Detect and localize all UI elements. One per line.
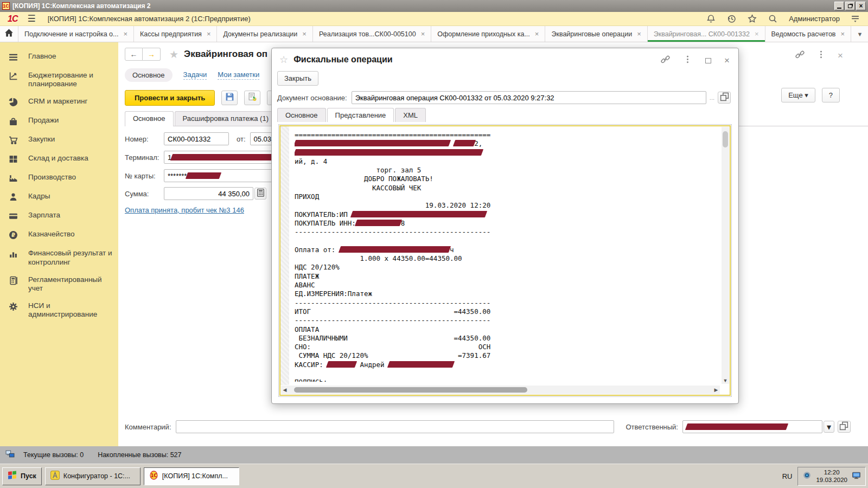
task-enterprise[interactable]: 1С [КОПИЯ] 1С:Компл... bbox=[144, 467, 239, 485]
responsible-field[interactable] bbox=[682, 420, 822, 433]
form-tab-payment-details[interactable]: Расшифровка платежа (1) bbox=[175, 111, 277, 126]
scrollbar-thumb[interactable] bbox=[294, 387, 527, 393]
sidebar-item[interactable]: Главное bbox=[0, 48, 118, 67]
receipt-text[interactable]: ========================================… bbox=[295, 131, 718, 382]
tab-overflow-icon[interactable]: ▼ bbox=[852, 26, 868, 42]
more-menu-icon[interactable] bbox=[683, 55, 692, 66]
app-tab[interactable]: Кассы предприятия× bbox=[134, 26, 217, 42]
sidebar-item[interactable]: НСИ и администрирование bbox=[0, 297, 118, 323]
save-button[interactable] bbox=[221, 91, 238, 105]
app-tab[interactable]: Ведомость расчетов× bbox=[765, 26, 852, 42]
close-document-icon[interactable]: × bbox=[838, 51, 843, 60]
task-configurator[interactable]: Конфигуратор - 1С:... bbox=[45, 467, 141, 485]
favorite-star-icon[interactable]: ☆ bbox=[279, 54, 288, 66]
current-user[interactable]: Администратор bbox=[789, 15, 840, 23]
home-tab[interactable] bbox=[0, 26, 18, 42]
receipt-line: ПОКУПАТЕЛЬ ИНН:8 bbox=[295, 219, 718, 228]
maximize-icon[interactable] bbox=[705, 58, 711, 63]
form-tab-main[interactable]: Основное bbox=[125, 111, 174, 126]
app-tab[interactable]: Оформление приходных ка...× bbox=[431, 26, 545, 42]
card-field[interactable]: ******* bbox=[164, 169, 272, 182]
doc-navtab-notes[interactable]: Мои заметки bbox=[218, 70, 259, 80]
brand-logo: 1С bbox=[8, 14, 17, 24]
app-tab[interactable]: Эквайринговая... СК00-001332× bbox=[648, 26, 765, 42]
search-icon[interactable] bbox=[768, 14, 778, 24]
tab-close-icon[interactable]: × bbox=[302, 30, 307, 38]
sidebar-item[interactable]: Кадры bbox=[0, 188, 118, 207]
forward-button[interactable]: → bbox=[143, 48, 161, 61]
tab-close-icon[interactable]: × bbox=[207, 30, 211, 38]
responsible-open-button[interactable] bbox=[838, 421, 851, 433]
horizontal-scrollbar[interactable]: ◀ ▶ bbox=[281, 386, 720, 394]
modal-tab-main[interactable]: Основное bbox=[277, 108, 326, 122]
main-menu-icon[interactable]: ☰ bbox=[27, 13, 35, 24]
sidebar-item[interactable]: Регламентированный учет bbox=[0, 271, 118, 297]
favorite-star-icon[interactable]: ★ bbox=[169, 48, 178, 61]
sidebar-item[interactable]: Финансовый результат и контроллинг bbox=[0, 245, 118, 271]
app-tab[interactable]: Документы реализации× bbox=[217, 26, 312, 42]
number-field[interactable]: СК00-001332 bbox=[164, 132, 229, 145]
post-button[interactable] bbox=[244, 91, 260, 105]
modal-tab-presentation[interactable]: Представление bbox=[327, 108, 394, 122]
tab-close-icon[interactable]: × bbox=[841, 30, 845, 38]
vertical-scrollbar[interactable]: ▼ bbox=[722, 127, 729, 384]
redaction-bar bbox=[339, 246, 451, 253]
sidebar-item[interactable]: Продажи bbox=[0, 112, 118, 131]
more-button[interactable]: Еще ▾ bbox=[781, 88, 815, 102]
sidebar-item[interactable]: Производство bbox=[0, 169, 118, 188]
clock[interactable]: 12:2019.03.2020 bbox=[816, 468, 847, 484]
sidebar-item[interactable]: ₽Казначейство bbox=[0, 226, 118, 245]
sidebar-item[interactable]: Зарплата bbox=[0, 207, 118, 226]
close-button[interactable]: × bbox=[856, 2, 866, 10]
sidebar-item[interactable]: CRM и маркетинг bbox=[0, 93, 118, 112]
tab-close-icon[interactable]: × bbox=[421, 30, 425, 38]
doc-navtab-main[interactable]: Основное bbox=[125, 68, 173, 82]
payment-status-link[interactable]: Оплата принята, пробит чек №3 146 bbox=[125, 206, 244, 214]
comment-field[interactable] bbox=[176, 420, 614, 433]
receipt-line: БЕЗНАЛИЧНЫМИ =44350.00 bbox=[295, 334, 718, 343]
sidebar-item[interactable]: Склад и доставка bbox=[0, 150, 118, 169]
service-menu-icon[interactable] bbox=[851, 14, 860, 24]
sidebar-item[interactable]: Закупки bbox=[0, 131, 118, 150]
sidebar-item-label: CRM и маркетинг bbox=[28, 97, 87, 106]
base-doc-more-button[interactable]: ... bbox=[710, 94, 714, 101]
scroll-left-icon[interactable]: ◀ bbox=[281, 387, 289, 393]
configurator-icon bbox=[50, 471, 60, 481]
sum-field[interactable]: 44 350,00 bbox=[164, 187, 253, 200]
language-indicator[interactable]: RU bbox=[782, 472, 793, 480]
back-button[interactable]: ← bbox=[125, 48, 143, 61]
app-tab[interactable]: Подключение и настройка о...× bbox=[18, 26, 134, 42]
modal-tab-xml[interactable]: XML bbox=[395, 108, 426, 122]
history-icon[interactable] bbox=[727, 14, 737, 24]
minimize-button[interactable] bbox=[834, 2, 844, 10]
base-doc-open-button[interactable] bbox=[718, 92, 731, 104]
tab-close-icon[interactable]: × bbox=[123, 30, 127, 38]
display-tray-icon[interactable] bbox=[852, 471, 861, 482]
modal-close-button[interactable]: Закрыть bbox=[277, 71, 318, 86]
get-link-icon[interactable] bbox=[795, 50, 805, 61]
sidebar-item[interactable]: Бюджетирование и планирование bbox=[0, 67, 118, 93]
number-label: Номер: bbox=[125, 135, 164, 143]
restore-button[interactable] bbox=[845, 2, 855, 10]
tab-close-icon[interactable]: × bbox=[535, 30, 539, 38]
post-and-close-button[interactable]: Провести и закрыть bbox=[125, 90, 215, 106]
notifications-icon[interactable] bbox=[706, 14, 716, 24]
scroll-down-icon[interactable]: ▼ bbox=[722, 378, 729, 383]
more-menu-icon[interactable] bbox=[816, 50, 826, 61]
help-button[interactable]: ? bbox=[822, 88, 840, 102]
favorites-icon[interactable] bbox=[748, 14, 757, 24]
scroll-right-icon[interactable]: ▶ bbox=[712, 387, 720, 393]
tray-app-icon[interactable] bbox=[802, 471, 812, 482]
tab-close-icon[interactable]: × bbox=[637, 30, 641, 38]
base-doc-field[interactable]: Эквайринговая операция СК00-001332 от 05… bbox=[352, 91, 706, 104]
doc-navtab-tasks[interactable]: Задачи bbox=[183, 70, 207, 80]
scrollbar-thumb[interactable] bbox=[723, 131, 728, 147]
start-button[interactable]: Пуск bbox=[2, 467, 42, 485]
responsible-dropdown-button[interactable]: ▾ bbox=[824, 421, 834, 433]
tab-close-icon[interactable]: × bbox=[755, 30, 759, 38]
close-modal-icon[interactable]: × bbox=[724, 56, 730, 65]
calculator-button[interactable] bbox=[254, 188, 266, 200]
app-tab[interactable]: Эквайринговые операции× bbox=[545, 26, 647, 42]
get-link-icon[interactable] bbox=[661, 55, 670, 66]
app-tab[interactable]: Реализация тов...СК00-005100× bbox=[313, 26, 431, 42]
